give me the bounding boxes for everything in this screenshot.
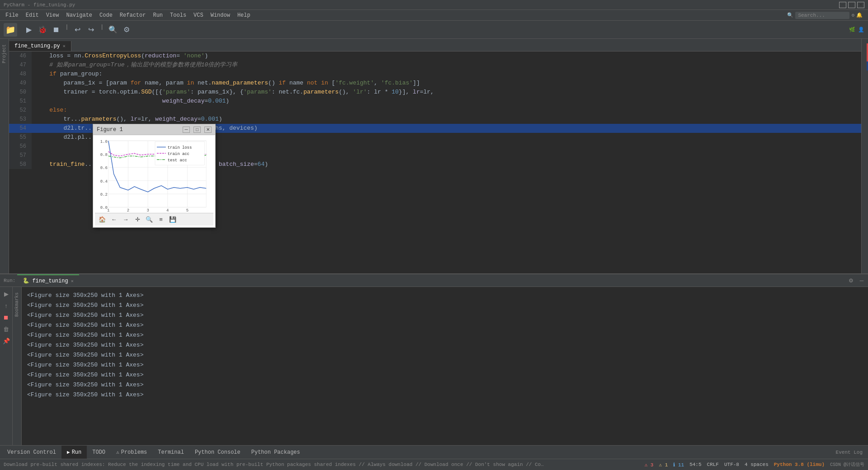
maximize-button[interactable]: □: [848, 2, 855, 8]
event-log-link[interactable]: Event Log: [836, 450, 863, 455]
run-label: Run:: [2, 278, 17, 283]
redo-btn[interactable]: ↪: [85, 24, 98, 36]
toolbar-search: 🔍: [787, 12, 793, 18]
footer-tab-problems[interactable]: ⚠ Problems: [111, 446, 152, 459]
run-settings-btn[interactable]: ⚙: [846, 276, 855, 285]
svg-text:5: 5: [186, 208, 189, 213]
figure-titlebar: Figure 1 ─ □ ✕: [93, 124, 215, 135]
run-file-name: fine_tuning: [32, 278, 68, 284]
svg-text:1: 1: [107, 208, 109, 213]
fig-zoom-btn[interactable]: 🔍: [144, 215, 155, 225]
python-version[interactable]: Python 3.8 (limu): [774, 462, 825, 467]
output-line-7: <Figure size 350x250 with 1 Axes>: [27, 350, 863, 360]
menu-view[interactable]: View: [42, 10, 63, 20]
editor-tabs: fine_tuning.py ✕: [9, 39, 861, 52]
footer-tab-version-control[interactable]: Version Control: [2, 446, 61, 459]
svg-text:train acc: train acc: [168, 152, 189, 156]
footer-right: Event Log: [836, 450, 866, 455]
todo-tab-label: TODO: [92, 449, 105, 456]
menu-help[interactable]: Help: [234, 10, 254, 20]
project-sidebar-label[interactable]: Project: [2, 41, 7, 67]
run-up-btn[interactable]: ↑: [1, 301, 11, 310]
fig-home-btn[interactable]: 🏠: [97, 215, 108, 225]
menu-refactor[interactable]: Refactor: [116, 10, 150, 20]
run-rerun-btn[interactable]: ▶: [1, 289, 11, 299]
run-pin-btn[interactable]: 📌: [1, 336, 11, 346]
fig-pan-btn[interactable]: ✛: [132, 215, 143, 225]
output-line-3: <Figure size 350x250 with 1 Axes>: [27, 310, 863, 320]
stop-btn[interactable]: ⏹: [50, 24, 62, 36]
run-stop-btn[interactable]: ⏹: [1, 312, 11, 322]
code-line-47: 47 # 如果param_group=True，输出层中的模型参数将使用10倍的…: [9, 61, 861, 70]
svg-text:0.6: 0.6: [100, 166, 108, 170]
menu-window[interactable]: Window: [207, 10, 234, 20]
menu-navigate[interactable]: Navigate: [62, 10, 96, 20]
menu-file[interactable]: File: [2, 10, 22, 20]
figure-restore-button[interactable]: □: [193, 127, 201, 133]
notifications-icon[interactable]: 🔔: [856, 12, 863, 18]
footer-tab-run[interactable]: ▶ Run: [61, 446, 87, 459]
footer-tab-todo[interactable]: TODO: [87, 446, 111, 459]
line-separator[interactable]: CRLF: [707, 462, 719, 467]
window-controls[interactable]: PyCharm - fine_tuning.py: [4, 2, 79, 8]
run-tab-close[interactable]: ✕: [71, 278, 74, 284]
figure-close-button[interactable]: ✕: [204, 127, 212, 133]
menu-code[interactable]: Code: [96, 10, 116, 20]
settings-icon[interactable]: ⚙: [851, 12, 854, 18]
gear-btn[interactable]: ⚙: [120, 24, 133, 36]
figure-toolbar: 🏠 ← → ✛ 🔍 ≡ 💾: [95, 213, 213, 226]
encoding[interactable]: UTF-8: [724, 462, 739, 467]
python-packages-tab-label: Python Packages: [251, 449, 300, 456]
figure-window[interactable]: Figure 1 ─ □ ✕: [93, 124, 216, 228]
problems-icon: ⚠: [116, 449, 119, 455]
output-line-4: <Figure size 350x250 with 1 Axes>: [27, 320, 863, 330]
tab-close-icon[interactable]: ✕: [63, 43, 66, 49]
run-minimize-btn[interactable]: ─: [857, 276, 866, 285]
project-selector[interactable]: 📁: [4, 23, 17, 37]
error-count[interactable]: ⚠ 3: [645, 462, 654, 468]
undo-btn[interactable]: ↩: [71, 24, 84, 36]
run-tab-icon: ▶: [67, 449, 70, 455]
fig-save-btn[interactable]: 💾: [167, 215, 178, 225]
problems-tab-label: Problems: [121, 449, 147, 456]
svg-text:4: 4: [166, 208, 169, 213]
indent[interactable]: 4 spaces: [745, 462, 769, 467]
code-line-46: 46 loss = nn.CrossEntropyLoss(reduction=…: [9, 52, 861, 61]
code-line-50: 50 trainer = torch.optim.SGD([{'params':…: [9, 88, 861, 97]
minimize-button[interactable]: ─: [839, 2, 846, 8]
menu-tools[interactable]: Tools: [166, 10, 190, 20]
project-icon: 📁: [4, 23, 17, 37]
search-everywhere[interactable]: Search...: [795, 12, 849, 19]
menu-edit[interactable]: Edit: [22, 10, 42, 20]
fig-forward-btn[interactable]: →: [120, 215, 131, 225]
info-count[interactable]: ℹ 11: [673, 462, 684, 468]
footer-tab-terminal[interactable]: Terminal: [152, 446, 189, 459]
run-tab-fine-tuning[interactable]: 🐍 fine_tuning ✕: [17, 274, 79, 287]
run-side-icons: ▶ ↑ ⏹ 🗑 📌: [0, 287, 13, 445]
search-btn[interactable]: 🔍: [107, 24, 119, 36]
output-line-1: <Figure size 350x250 with 1 Axes>: [27, 291, 863, 301]
run-panel-actions: ⚙ ─: [846, 276, 866, 285]
editor-area: fine_tuning.py ✕ 46 loss = nn.CrossEntro…: [9, 39, 861, 273]
menu-run[interactable]: Run: [149, 10, 166, 20]
warning-count[interactable]: ⚠ 1: [659, 462, 668, 468]
run-btn[interactable]: ▶: [23, 24, 35, 36]
vcs-icon: 🌿: [849, 27, 855, 33]
right-toolbar: 🌿 👤: [849, 27, 864, 33]
menu-vcs[interactable]: VCS: [190, 10, 207, 20]
footer-tab-python-console[interactable]: Python Console: [189, 446, 246, 459]
figure-minimize-button[interactable]: ─: [183, 127, 190, 133]
footer-tab-python-packages[interactable]: Python Packages: [246, 446, 306, 459]
debug-btn[interactable]: 🐞: [36, 24, 49, 36]
version-control-label: Version Control: [7, 449, 56, 456]
fig-settings-btn[interactable]: ≡: [156, 215, 166, 225]
fig-back-btn[interactable]: ←: [108, 215, 119, 225]
svg-text:0.2: 0.2: [100, 193, 108, 197]
title-bar: PyCharm - fine_tuning.py ─ □ ✕: [0, 0, 868, 10]
editor-tab-fine-tuning[interactable]: fine_tuning.py ✕: [9, 41, 71, 51]
figure-title: Figure 1: [97, 127, 179, 133]
run-output[interactable]: <Figure size 350x250 with 1 Axes> <Figur…: [22, 287, 868, 445]
svg-text:0.0: 0.0: [100, 206, 108, 210]
close-button[interactable]: ✕: [857, 2, 864, 8]
run-clear-btn[interactable]: 🗑: [1, 324, 11, 334]
